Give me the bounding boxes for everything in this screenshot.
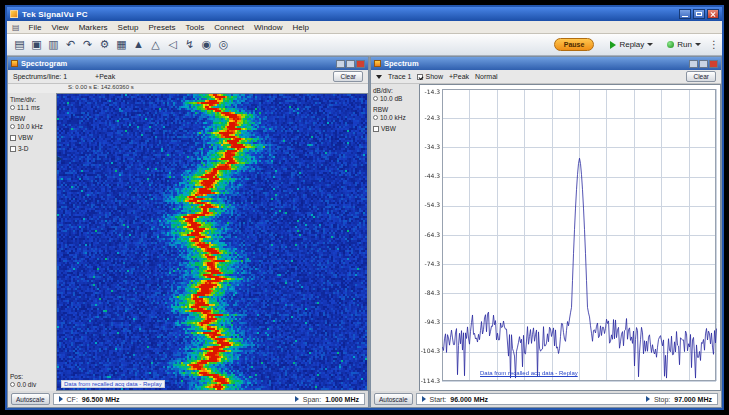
menu-setup[interactable]: Setup [113,23,144,32]
spectrogram-header: Spectrums/line: 1 +Peak Clear [8,70,368,84]
touchscreen-icon[interactable]: ◎ [216,39,231,50]
displays-icon[interactable]: ▦ [114,39,129,50]
show-checkbox[interactable] [417,74,423,80]
menu-window[interactable]: Window [249,23,287,32]
prev-peak-icon[interactable]: ◁ [165,39,180,50]
spectrogram-close-button[interactable] [356,60,365,68]
spectrogram-time-readout: S: 0.00 s E: 142.60360 s [8,84,368,93]
spectrogram-titlebar[interactable]: Spectrogram [8,57,368,70]
menu-view[interactable]: View [46,23,73,32]
menu-connect[interactable]: Connect [209,23,249,32]
spectrum-plot: Data from recalled acq data - Replay [419,84,721,391]
spectrogram-panel-icon [11,60,18,67]
settings-gear-icon[interactable]: ⚙ [97,39,112,50]
threed-checkbox[interactable] [10,146,16,152]
sgram-vbw-control[interactable]: VBW [10,134,54,141]
menu-markers[interactable]: Markers [74,23,113,32]
menu-tools[interactable]: Tools [181,23,210,32]
spec-rbw-control[interactable]: 10.0 kHz [373,114,417,121]
trace-dropdown-icon[interactable] [376,75,382,79]
run-button[interactable]: Run [661,38,707,51]
window-controls [679,9,719,19]
time-div-radio-icon[interactable] [10,105,15,110]
replay-button[interactable]: Replay [604,38,659,51]
pos-radio-icon[interactable] [10,382,15,387]
show-control[interactable]: Show [417,73,443,80]
spec-rbw-radio-icon[interactable] [373,115,378,120]
spectrum-autoscale-button[interactable]: Autoscale [374,393,413,405]
start-label: Start: [430,396,447,403]
spectrum-window-controls [689,60,718,68]
db-div-radio-icon[interactable] [373,96,378,101]
minimize-button[interactable] [679,9,691,19]
spectrum-close-button[interactable] [709,60,718,68]
spectrum-minimize-button[interactable] [689,60,698,68]
sgram-rbw-value[interactable]: 10.0 kHz [17,123,43,130]
trace-selector[interactable]: Trace 1 [388,73,411,80]
span-value[interactable]: 1.000 MHz [325,396,359,403]
cf-value[interactable]: 96.500 MHz [82,396,120,403]
start-value[interactable]: 96.000 MHz [450,396,488,403]
time-div-value[interactable]: 11.1 ms [17,104,40,111]
menu-presets[interactable]: Presets [143,23,180,32]
cf-marker-icon[interactable] [59,396,63,402]
db-div-control[interactable]: 10.0 dB [373,95,417,102]
pause-button[interactable]: Pause [554,38,595,51]
peak-marker-icon[interactable]: ▲ [131,39,146,50]
undo-icon[interactable]: ↶ [63,39,78,50]
spectrum-body: dB/div: 10.0 dB RBW 10.0 kHz [371,84,721,391]
pos-control[interactable]: 0.0 div [10,381,54,388]
spectrogram-panel: Spectrogram Spectrums/line: 1 +Peak Clea… [7,56,369,408]
db-div-value[interactable]: 10.0 dB [380,95,402,102]
acquire-icon[interactable]: ◉ [199,39,214,50]
spectrogram-body: Time/div: 11.1 ms RBW 10.0 kHz [8,93,368,391]
window-titlebar[interactable]: Tek SignalVu PC [7,7,722,21]
spectrogram-canvas[interactable] [57,94,367,390]
sgram-rbw-control[interactable]: 10.0 kHz [10,123,54,130]
stop-value[interactable]: 97.000 MHz [674,396,712,403]
span-marker-icon[interactable] [295,396,299,402]
show-label: Show [425,73,443,80]
spectrum-maximize-button[interactable] [699,60,708,68]
redo-icon[interactable]: ↷ [80,39,95,50]
spec-vbw-control[interactable]: VBW [373,125,417,132]
db-div-setting: dB/div: 10.0 dB [373,87,417,102]
spectrum-clear-button[interactable]: Clear [686,71,716,82]
selected-line-marker-icon[interactable] [57,156,62,162]
save-icon[interactable]: ▣ [29,39,44,50]
open-icon[interactable]: ▤ [12,39,27,50]
menu-file[interactable]: File [24,23,47,32]
spectrum-canvas[interactable] [420,85,720,390]
run-label: Run [677,40,692,49]
maximize-button[interactable] [693,9,705,19]
spectrum-panel-icon [374,60,381,67]
trigger-icon[interactable]: ↯ [182,39,197,50]
spec-vbw-checkbox[interactable] [373,126,379,132]
spectrogram-maximize-button[interactable] [346,60,355,68]
cf-label: CF: [67,396,78,403]
threed-label: 3-D [18,145,28,152]
window-title: Tek SignalVu PC [22,10,88,19]
spectrogram-clear-button[interactable]: Clear [333,71,363,82]
threed-control[interactable]: 3-D [10,145,54,152]
spectrogram-autoscale-button[interactable]: Autoscale [11,393,50,405]
time-div-setting: Time/div: 11.1 ms [10,96,54,111]
menu-help[interactable]: Help [288,23,314,32]
close-button[interactable] [707,9,719,19]
sgram-vbw-checkbox[interactable] [10,135,16,141]
pos-value[interactable]: 0.0 div [17,381,36,388]
document-icon[interactable]: ▤ [12,23,20,32]
stop-marker-icon[interactable] [646,396,650,402]
time-div-control[interactable]: 11.1 ms [10,104,54,111]
print-icon[interactable]: ▥ [46,39,61,50]
spectrums-per-line[interactable]: Spectrums/line: 1 [13,73,67,80]
replay-play-icon [610,41,616,49]
spectrogram-replay-note: Data from recalled acq data - Replay [61,380,165,388]
spec-rbw-value[interactable]: 10.0 kHz [380,114,406,121]
more-menu-icon[interactable]: ⋮ [709,40,717,50]
sgram-rbw-radio-icon[interactable] [10,124,15,129]
spectrogram-minimize-button[interactable] [336,60,345,68]
start-marker-icon[interactable] [422,396,426,402]
marker-to-peak-icon[interactable]: △ [148,39,163,50]
spectrum-titlebar[interactable]: Spectrum [371,57,721,70]
